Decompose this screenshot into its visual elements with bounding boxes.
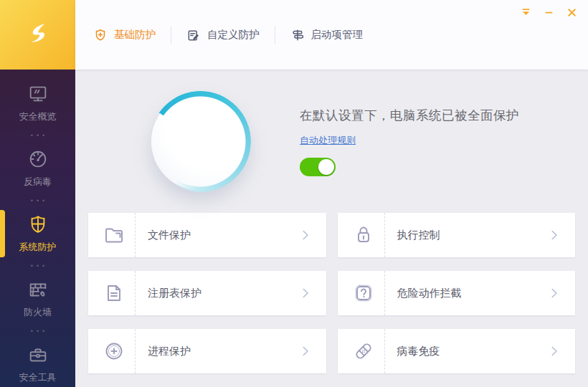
card-process-protection[interactable]: 进程保护 — [88, 329, 326, 373]
card-label: 文件保护 — [148, 229, 191, 242]
toggle-knob — [318, 159, 334, 175]
card-divider — [135, 213, 136, 257]
status-message: 在默认设置下，电脑系统已被全面保护 — [300, 107, 519, 124]
status-text-block: 在默认设置下，电脑系统已被全面保护 自动处理规则 — [300, 107, 519, 176]
sidebar-item-security-overview[interactable]: 安全概览 — [0, 79, 75, 128]
sidebar: 安全概览•••反病毒•••系统防护•••防火墙•••安全工具 — [0, 0, 75, 387]
top-tab-bar: 基础防护自定义防护启动项管理 — [75, 0, 588, 70]
chevron-right-icon — [298, 285, 313, 301]
sidebar-item-security-tools[interactable]: 安全工具 — [0, 340, 75, 387]
separator-dots: ••• — [27, 128, 48, 144]
protection-toggle[interactable] — [300, 158, 336, 176]
minimize-button[interactable] — [543, 6, 555, 19]
gauge-icon — [27, 148, 49, 170]
minimize-icon — [543, 6, 555, 19]
separator-dots: ••• — [27, 193, 48, 209]
shield-plus-icon — [93, 28, 108, 42]
card-label: 病毒免疫 — [397, 345, 440, 358]
card-divider — [384, 329, 385, 373]
card-divider — [384, 213, 385, 257]
sidebar-item-system-protection[interactable]: 系统防护 — [0, 209, 75, 258]
hide-to-tray-icon — [520, 6, 532, 19]
sidebar-item-label: 反病毒 — [24, 176, 52, 188]
folder-icon — [103, 224, 125, 247]
tab-basic-protection[interactable]: 基础防护 — [93, 28, 171, 42]
chevron-right-icon — [298, 227, 313, 243]
close-icon — [566, 6, 578, 19]
protection-cards-grid: 文件保护执行控制注册表保护危险动作拦截进程保护病毒免疫 — [88, 213, 575, 373]
protection-status-section: 在默认设置下，电脑系统已被全面保护 自动处理规则 — [88, 70, 575, 213]
tab-startup-management[interactable]: 启动项管理 — [275, 28, 379, 42]
tab-label: 自定义防护 — [207, 28, 260, 42]
card-dangerous-action-block[interactable]: 危险动作拦截 — [338, 271, 576, 315]
sidebar-nav: 安全概览•••反病毒•••系统防护•••防火墙•••安全工具 — [0, 70, 75, 387]
protection-status-ring — [150, 91, 251, 192]
card-label: 注册表保护 — [148, 287, 201, 300]
card-divider — [135, 271, 136, 315]
chevron-right-icon — [298, 343, 313, 359]
card-execution-control[interactable]: 执行控制 — [338, 213, 576, 257]
shield-cross-hero-icon — [178, 116, 224, 166]
chevron-right-icon — [546, 285, 562, 301]
question-icon — [352, 282, 375, 305]
protection-tabs: 基础防护自定义防护启动项管理 — [93, 27, 378, 44]
signpost-icon — [290, 28, 305, 42]
sidebar-item-label: 系统防护 — [19, 241, 57, 254]
shield-cross-icon — [27, 214, 49, 235]
bandage-icon — [352, 340, 375, 363]
main-column: 基础防护自定义防护启动项管理 在默认设置下，电 — [75, 0, 588, 387]
chevron-right-icon — [546, 343, 562, 359]
separator-dots: ••• — [27, 258, 48, 274]
plus-circle-icon — [103, 340, 125, 363]
window-controls — [520, 6, 578, 19]
chevron-right-icon — [546, 227, 562, 243]
document-icon — [103, 282, 125, 305]
card-virus-immunity[interactable]: 病毒免疫 — [338, 329, 576, 373]
card-file-protection[interactable]: 文件保护 — [88, 213, 326, 257]
card-divider — [384, 271, 385, 315]
card-label: 危险动作拦截 — [397, 287, 462, 300]
sidebar-item-antivirus[interactable]: 反病毒 — [0, 144, 75, 193]
sidebar-item-label: 安全概览 — [19, 110, 57, 123]
firewall-icon — [27, 279, 49, 300]
edit-icon — [186, 28, 201, 42]
content-area: 在默认设置下，电脑系统已被全面保护 自动处理规则 文件保护执行控制注册表保护危险… — [75, 70, 588, 387]
huorong-shield-logo-icon — [19, 15, 57, 55]
close-button[interactable] — [566, 6, 578, 19]
sidebar-item-label: 安全工具 — [19, 371, 57, 384]
separator-dots: ••• — [27, 323, 48, 340]
lock-icon — [352, 224, 375, 247]
sidebar-item-firewall[interactable]: 防火墙 — [0, 274, 75, 323]
card-label: 执行控制 — [397, 229, 440, 242]
toolbox-icon — [27, 344, 49, 366]
card-label: 进程保护 — [148, 345, 191, 358]
monitor-icon — [27, 83, 49, 105]
tab-label: 基础防护 — [114, 28, 156, 42]
tab-label: 启动项管理 — [311, 28, 364, 42]
sidebar-item-label: 防火墙 — [24, 306, 52, 319]
app-window: 安全概览•••反病毒•••系统防护•••防火墙•••安全工具 基础防护自定义防护… — [0, 0, 588, 387]
tray-button[interactable] — [520, 6, 532, 19]
card-registry-protection[interactable]: 注册表保护 — [88, 271, 326, 315]
auto-rules-link[interactable]: 自动处理规则 — [300, 134, 356, 147]
card-divider — [135, 329, 136, 373]
app-logo — [0, 0, 75, 70]
tab-custom-protection[interactable]: 自定义防护 — [171, 28, 275, 42]
